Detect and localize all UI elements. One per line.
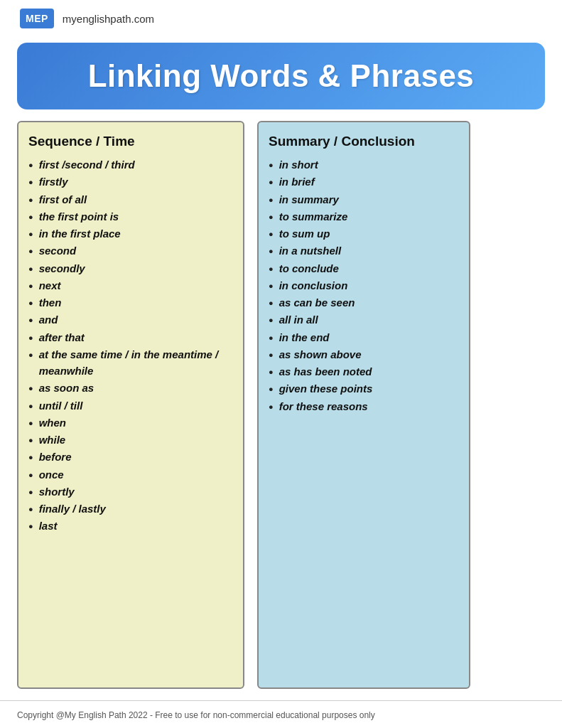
- list-item: first /second / third: [28, 156, 230, 173]
- list-item: in the end: [269, 329, 456, 346]
- footer-text: Copyright @My English Path 2022 - Free t…: [17, 710, 375, 720]
- list-item: before: [28, 449, 230, 465]
- list-item: firstly: [28, 173, 230, 190]
- list-item: second: [28, 242, 230, 259]
- list-item: last: [28, 518, 230, 534]
- list-item: in short: [269, 156, 456, 173]
- list-item: then: [28, 294, 230, 311]
- list-item: finally / lastly: [28, 500, 230, 517]
- list-item: next: [28, 277, 230, 294]
- list-item: secondly: [28, 260, 230, 277]
- list-item: after that: [28, 329, 230, 346]
- list-item: as shown above: [269, 346, 456, 363]
- list-item: at the same time / in the meantime / mea…: [28, 346, 230, 380]
- list-item: given these points: [269, 380, 456, 397]
- list-item: to conclude: [269, 260, 456, 277]
- list-item: in brief: [269, 173, 456, 190]
- list-item: as soon as: [28, 380, 230, 396]
- list-item: first of all: [28, 191, 230, 208]
- list-item: until / till: [28, 397, 230, 414]
- list-item: when: [28, 414, 230, 431]
- list-item: in a nutshell: [269, 242, 456, 259]
- list-item: all in all: [269, 311, 456, 328]
- website-url: myenglishpath.com: [63, 13, 154, 25]
- summary-conclusion-title: Summary / Conclusion: [269, 134, 456, 149]
- page-title: Linking Words & Phrases: [38, 58, 524, 94]
- list-item: in summary: [269, 191, 456, 208]
- summary-conclusion-card: Summary / Conclusion in shortin briefin …: [257, 121, 470, 689]
- sequence-time-list: first /second / thirdfirstlyfirst of all…: [28, 156, 230, 535]
- list-item: to summarize: [269, 208, 456, 225]
- list-item: once: [28, 466, 230, 483]
- footer: Copyright @My English Path 2022 - Free t…: [0, 700, 562, 728]
- list-item: to sum up: [269, 225, 456, 242]
- header: MEP myenglishpath.com: [0, 0, 562, 37]
- sequence-time-title: Sequence / Time: [28, 134, 230, 149]
- list-item: for these reasons: [269, 398, 456, 414]
- list-item: as has been noted: [269, 363, 456, 380]
- sequence-time-card: Sequence / Time first /second / thirdfir…: [17, 121, 244, 689]
- list-item: while: [28, 432, 230, 448]
- list-item: as can be seen: [269, 294, 456, 311]
- list-item: and: [28, 311, 230, 328]
- list-item: the first point is: [28, 208, 230, 225]
- logo: MEP: [20, 9, 54, 28]
- summary-conclusion-list: in shortin briefin summaryto summarizeto…: [269, 156, 456, 414]
- title-banner: Linking Words & Phrases: [17, 43, 545, 109]
- list-item: shortly: [28, 483, 230, 500]
- list-item: in the first place: [28, 225, 230, 242]
- list-item: in conclusion: [269, 277, 456, 294]
- main-content: Sequence / Time first /second / thirdfir…: [0, 121, 562, 689]
